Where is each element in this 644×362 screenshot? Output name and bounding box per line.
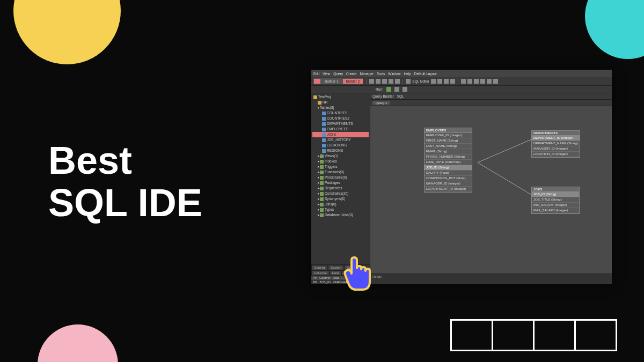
tree-schema[interactable]: HR (312, 100, 369, 105)
entity-column-selected[interactable]: DEPARTMENT_ID (Integer) (532, 136, 580, 141)
toolbar-icon[interactable] (480, 79, 485, 84)
entity-column[interactable]: LAST_NAME (String) (425, 144, 472, 149)
col-row-pk: PK (313, 280, 317, 284)
toolbar-icon[interactable] (402, 87, 407, 92)
entity-column[interactable]: EMAIL (String) (425, 149, 472, 154)
pointer-hand-icon (341, 252, 378, 297)
toolbar-icon[interactable] (395, 79, 400, 84)
entity-employees[interactable]: EMPLOYEES EMPLOYEE_ID (Integer) FIRST_NA… (424, 128, 472, 193)
menubar: Edit View Query Create Manager Tools Win… (311, 70, 612, 77)
menu-item-view[interactable]: View (323, 72, 330, 76)
entity-column[interactable]: MANAGER_ID (Integer) (532, 146, 580, 152)
menu-item-edit[interactable]: Edit (313, 72, 319, 76)
tree-group-views[interactable]: ▸ Views(1) (312, 153, 369, 159)
tree-group-functions[interactable]: ▸ Functions(0) (312, 169, 369, 175)
toolbar-icon[interactable] (382, 79, 387, 84)
entity-column[interactable]: PHONE_NUMBER (String) (425, 154, 472, 160)
entity-jobs[interactable]: JOBS JOB_ID (String) JOB_TITLE (String) … (531, 187, 580, 214)
tree-root[interactable]: TestProj (312, 94, 369, 100)
details-tab-data[interactable]: Data (330, 270, 342, 276)
er-diagram[interactable]: EMPLOYEES EMPLOYEE_ID (Integer) FIRST_NA… (370, 106, 612, 274)
toolbar-icon[interactable] (437, 79, 442, 84)
tree-tables-group[interactable]: ▸ Tables(8) (312, 105, 369, 110)
tree-table[interactable]: REGIONS (312, 148, 369, 153)
toolbar-icon[interactable] (376, 79, 380, 84)
sql-label[interactable]: SQL (397, 94, 404, 98)
toolbar-icon[interactable] (450, 79, 455, 84)
col-header-column: Column (319, 276, 331, 279)
tree-table[interactable]: COUNTRIES (312, 110, 369, 116)
entity-column[interactable]: HIRE_DATE (DateTime) (425, 160, 472, 165)
entity-column[interactable]: LOCATION_ID (Integer) (532, 152, 580, 157)
toolbar-icon[interactable] (474, 79, 479, 84)
decorative-grid (452, 319, 617, 351)
tree-group-jobs[interactable]: ▸ Jobs(0) (312, 202, 369, 207)
tab-builder-2[interactable]: Builder 2 (342, 78, 364, 84)
entity-column[interactable]: DEPARTMENT_ID (Integer) (425, 187, 472, 192)
details-tab-columns[interactable]: Columns (311, 270, 330, 276)
schema-tree[interactable]: TestProj HR ▸ Tables(8) COUNTRIES COUNTR… (311, 93, 370, 264)
col-header-pk: PK (313, 276, 317, 279)
entity-column-selected[interactable]: JOB_ID (String) (532, 192, 579, 197)
entity-column[interactable]: DEPARTMENT_NAME (String) (532, 141, 580, 146)
tree-table[interactable]: LOCATIONS (312, 143, 369, 148)
sql-editor-label: SQL Editor (412, 79, 429, 83)
run-icon[interactable] (386, 87, 391, 92)
sql-editor-icon[interactable] (406, 79, 411, 84)
toolbar-icon[interactable] (444, 79, 449, 84)
tab-connection[interactable] (313, 78, 321, 84)
tree-group-indexes[interactable]: ▸ Indexes (312, 159, 369, 164)
tree-table[interactable]: COUNTRIES2 (312, 116, 369, 121)
tree-table[interactable]: EMPLOYEES (312, 127, 369, 132)
tree-group-synonyms[interactable]: ▸ Synonyms(0) (312, 196, 369, 202)
toolbar: Builder 1 Builder 2 SQL Editor (311, 77, 612, 86)
tree-group-dblinks[interactable]: ▸ Database Links(0) (312, 212, 369, 218)
details-tab-general[interactable]: General (311, 265, 328, 270)
headline-line-1: Best (48, 139, 202, 182)
decorative-circle-yellow (13, 0, 121, 64)
tree-group-constraints[interactable]: ▸ Constraints(26) (312, 191, 369, 196)
tree-group-packages[interactable]: ▸ Packages (312, 180, 369, 186)
menu-item-manager[interactable]: Manager (360, 72, 374, 76)
tab-builder-1[interactable]: Builder 1 (321, 78, 342, 84)
toolbar-icon[interactable] (389, 79, 393, 84)
tree-group-triggers[interactable]: ▸ Triggers (312, 164, 369, 169)
tree-table-selected[interactable]: JOBS (312, 132, 369, 137)
toolbar-icon[interactable] (487, 79, 492, 84)
decorative-circle-cyan (585, 0, 644, 59)
entity-column-selected[interactable]: JOB_ID (String) (425, 165, 472, 171)
toolbar-icon[interactable] (467, 79, 472, 84)
entity-column[interactable]: JOB_TITLE (String) (532, 197, 579, 203)
entity-column[interactable]: COMMISSION_PCT (Float) (425, 176, 472, 181)
entity-column[interactable]: FIRST_NAME (String) (425, 138, 472, 144)
toolbar-icon[interactable] (369, 79, 374, 84)
menu-item-tools[interactable]: Tools (377, 72, 385, 76)
entity-column[interactable]: MAX_SALARY (Integer) (532, 208, 579, 213)
entity-title: JOBS (532, 187, 579, 192)
toolbar-icon[interactable] (493, 79, 498, 84)
entity-column[interactable]: MANAGER_ID (Integer) (425, 181, 472, 187)
query-tab-1[interactable]: Query 1 (372, 101, 390, 105)
toolbar-icon[interactable] (431, 79, 436, 84)
querybuilder-label[interactable]: Query Builder (372, 94, 394, 98)
entity-column[interactable]: EMPLOYEE_ID (Integer) (425, 133, 472, 138)
menu-item-help[interactable]: Help (404, 72, 411, 76)
entity-column[interactable]: MIN_SALARY (Integer) (532, 203, 579, 208)
svg-line-1 (478, 162, 531, 195)
toolbar-icon[interactable] (461, 79, 466, 84)
headline-line-2: SQL IDE (48, 182, 202, 224)
col-row-name: JOB_ID (319, 280, 331, 284)
stop-icon[interactable] (394, 87, 399, 92)
tree-table[interactable]: DEPARTMENTS (312, 121, 369, 127)
tree-group-types[interactable]: ▸ Types (312, 207, 369, 212)
page-title: Best SQL IDE (48, 139, 202, 224)
entity-column[interactable]: SALARY (Float) (425, 171, 472, 176)
entity-departments[interactable]: DEPARTMENTS DEPARTMENT_ID (Integer) DEPA… (531, 130, 580, 158)
tree-group-sequences[interactable]: ▸ Sequences (312, 186, 369, 191)
menu-item-query[interactable]: Query (333, 72, 343, 76)
menu-item-layout[interactable]: Default Layout (414, 72, 437, 76)
tree-group-procedures[interactable]: ▸ Procedures(0) (312, 175, 369, 180)
tree-table[interactable]: JOB_HISTORY (312, 137, 369, 143)
menu-item-create[interactable]: Create (346, 72, 357, 76)
menu-item-window[interactable]: Window (388, 72, 400, 76)
